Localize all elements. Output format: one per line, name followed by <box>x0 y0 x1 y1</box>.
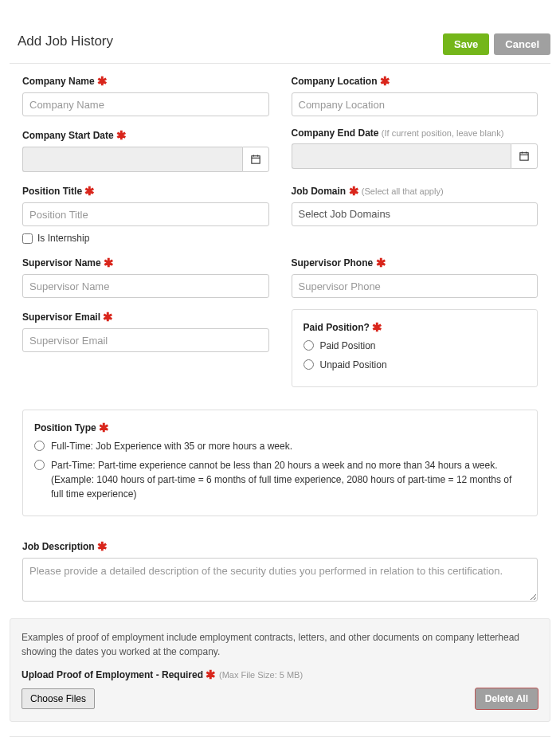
supervisor-name-label: Supervisor Name ✱ <box>22 255 269 269</box>
cancel-button-top[interactable]: Cancel <box>494 33 550 55</box>
required-icon: ✱ <box>103 310 113 323</box>
required-icon: ✱ <box>84 184 95 198</box>
calendar-icon <box>519 151 529 161</box>
save-button-top[interactable]: Save <box>443 33 489 55</box>
upload-hint: (Max File Size: 5 MB) <box>219 670 303 680</box>
svg-rect-4 <box>520 153 528 160</box>
company-location-label: Company Location ✱ <box>292 73 538 88</box>
job-domain-select[interactable]: Select Job Domains <box>292 202 538 226</box>
paid-radio-label: Paid Position <box>320 339 376 353</box>
job-domain-label: Job Domain ✱ (Select all that apply) <box>292 183 538 198</box>
company-name-label: Company Name ✱ <box>22 73 269 88</box>
position-type-panel: Position Type ✱ Full-Time: Job Experienc… <box>22 410 538 516</box>
supervisor-name-input[interactable] <box>22 274 269 298</box>
svg-rect-0 <box>251 156 259 163</box>
supervisor-email-label: Supervisor Email ✱ <box>22 309 269 323</box>
required-icon: ✱ <box>97 74 108 88</box>
supervisor-email-input[interactable] <box>22 328 269 352</box>
page-title: Add Job History <box>18 33 113 49</box>
position-title-label: Position Title ✱ <box>22 183 269 198</box>
end-date-picker-button[interactable] <box>511 143 538 169</box>
is-internship-label: Is Internship <box>37 233 89 244</box>
company-start-date-label: Company Start Date ✱ <box>22 127 269 142</box>
choose-files-button[interactable]: Choose Files <box>22 688 95 709</box>
full-time-radio[interactable] <box>34 441 45 451</box>
part-time-radio[interactable] <box>34 460 45 470</box>
required-icon: ✱ <box>380 74 390 88</box>
position-title-input[interactable] <box>22 202 269 226</box>
is-internship-checkbox[interactable] <box>22 233 33 244</box>
upload-label: Upload Proof of Employment - Required ✱ <box>22 669 216 680</box>
company-start-date-input[interactable] <box>22 147 242 172</box>
position-type-label: Position Type ✱ <box>34 420 526 434</box>
supervisor-phone-label: Supervisor Phone ✱ <box>292 255 538 269</box>
company-name-input[interactable] <box>22 92 269 116</box>
required-icon: ✱ <box>116 128 127 142</box>
company-end-date-input[interactable] <box>292 143 511 169</box>
required-icon: ✱ <box>372 320 382 334</box>
start-date-picker-button[interactable] <box>242 147 269 172</box>
company-location-input[interactable] <box>292 92 538 116</box>
paid-radio[interactable] <box>303 340 314 351</box>
supervisor-phone-input[interactable] <box>292 274 538 298</box>
calendar-icon <box>251 155 260 164</box>
required-icon: ✱ <box>99 421 109 434</box>
job-description-textarea[interactable] <box>22 558 538 602</box>
unpaid-radio[interactable] <box>303 359 314 370</box>
company-end-date-label: Company End Date (If current position, l… <box>292 127 538 139</box>
upload-intro-text: Examples of proof of employment include … <box>22 630 538 659</box>
required-icon: ✱ <box>97 539 108 553</box>
job-description-label: Job Description ✱ <box>22 539 538 553</box>
part-time-label: Part-Time: Part-time experience cannot b… <box>51 458 526 501</box>
paid-position-panel: Paid Position? ✱ Paid Position Unpaid Po… <box>292 309 538 387</box>
required-icon: ✱ <box>104 256 114 269</box>
upload-panel: Examples of proof of employment include … <box>10 618 550 722</box>
delete-all-button[interactable]: Delete All <box>475 688 538 710</box>
required-icon: ✱ <box>376 256 386 269</box>
unpaid-radio-label: Unpaid Position <box>320 358 387 372</box>
paid-position-label: Paid Position? ✱ <box>303 319 527 334</box>
required-icon: ✱ <box>206 668 216 681</box>
required-icon: ✱ <box>349 184 359 198</box>
full-time-label: Full-Time: Job Experience with 35 or mor… <box>51 439 292 453</box>
